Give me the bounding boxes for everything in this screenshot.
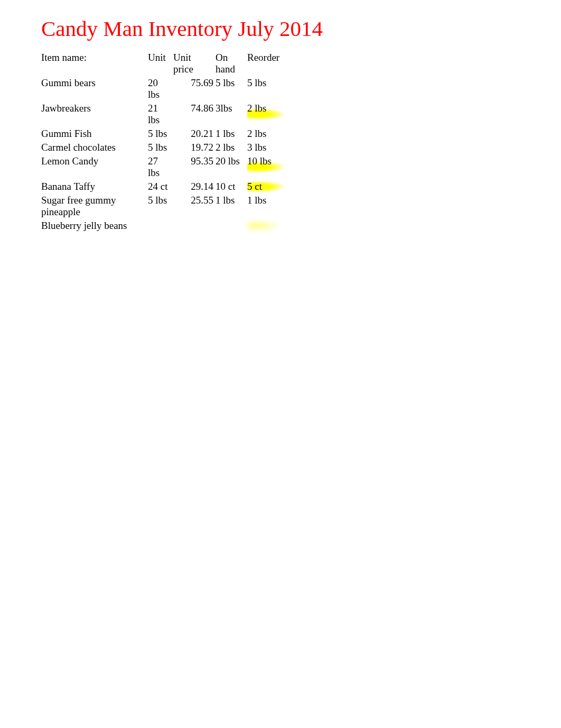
cell-reorder: 1 lbs <box>247 193 284 219</box>
cell-item: Gummi Fish <box>41 127 148 141</box>
table-row: Gummi bears20 lbs75.695 lbs5 lbs <box>41 76 284 102</box>
cell-unit: 5 lbs <box>148 127 173 141</box>
cell-item: Carmel chocolates <box>41 141 148 154</box>
cell-item: Jawbreakers <box>41 102 148 127</box>
cell-reorder: 10 lbs <box>247 154 284 180</box>
cell-onhand: 1 lbs <box>216 127 247 141</box>
table-row: Blueberry jelly beans <box>41 219 284 233</box>
header-price: Unit price <box>173 51 216 76</box>
cell-item: Blueberry jelly beans <box>41 219 148 233</box>
cell-onhand: 1 lbs <box>216 193 247 219</box>
cell-price <box>173 219 216 233</box>
header-reorder: Reorder <box>247 51 284 76</box>
cell-unit: 21 lbs <box>148 102 173 127</box>
cell-unit: 24 ct <box>148 180 173 193</box>
table-header-row: Item name: Unit Unit price On hand Reord… <box>41 51 284 76</box>
cell-unit: 27 lbs <box>148 154 173 180</box>
inventory-table: Item name: Unit Unit price On hand Reord… <box>41 51 284 233</box>
cell-onhand: 5 lbs <box>216 76 247 102</box>
cell-onhand: 10 ct <box>216 180 247 193</box>
header-item: Item name: <box>41 51 148 76</box>
table-row: Lemon Candy27 lbs95.3520 lbs10 lbs <box>41 154 284 180</box>
table-row: Carmel chocolates5 lbs19.722 lbs3 lbs <box>41 141 284 154</box>
cell-price: 20.21 <box>173 127 216 141</box>
cell-item: Gummi bears <box>41 76 148 102</box>
cell-price: 95.35 <box>173 154 216 180</box>
cell-onhand: 3lbs <box>216 102 247 127</box>
table-row: Gummi Fish5 lbs20.211 lbs2 lbs <box>41 127 284 141</box>
cell-reorder: 2 lbs <box>247 127 284 141</box>
cell-price: 75.69 <box>173 76 216 102</box>
header-unit: Unit <box>148 51 173 76</box>
cell-reorder: 5 lbs <box>247 76 284 102</box>
table-row: Jawbreakers21 lbs74.863lbs2 lbs <box>41 102 284 127</box>
cell-unit: 20 lbs <box>148 76 173 102</box>
cell-item: Banana Taffy <box>41 180 148 193</box>
table-row: Sugar free gummy pineapple5 lbs25.551 lb… <box>41 193 284 219</box>
cell-item: Sugar free gummy pineapple <box>41 193 148 219</box>
cell-reorder: 2 lbs <box>247 102 284 127</box>
cell-unit <box>148 219 173 233</box>
page-title: Candy Man Inventory July 2014 <box>41 16 561 41</box>
cell-onhand: 20 lbs <box>216 154 247 180</box>
cell-price: 19.72 <box>173 141 216 154</box>
cell-onhand <box>216 219 247 233</box>
cell-unit: 5 lbs <box>148 193 173 219</box>
table-body: Gummi bears20 lbs75.695 lbs5 lbsJawbreak… <box>41 76 284 233</box>
cell-price: 25.55 <box>173 193 216 219</box>
cell-reorder <box>247 219 284 233</box>
cell-price: 74.86 <box>173 102 216 127</box>
cell-item: Lemon Candy <box>41 154 148 180</box>
cell-unit: 5 lbs <box>148 141 173 154</box>
cell-onhand: 2 lbs <box>216 141 247 154</box>
cell-price: 29.14 <box>173 180 216 193</box>
header-onhand: On hand <box>216 51 247 76</box>
cell-reorder: 5 ct <box>247 180 284 193</box>
table-row: Banana Taffy24 ct29.1410 ct5 ct <box>41 180 284 193</box>
cell-reorder: 3 lbs <box>247 141 284 154</box>
